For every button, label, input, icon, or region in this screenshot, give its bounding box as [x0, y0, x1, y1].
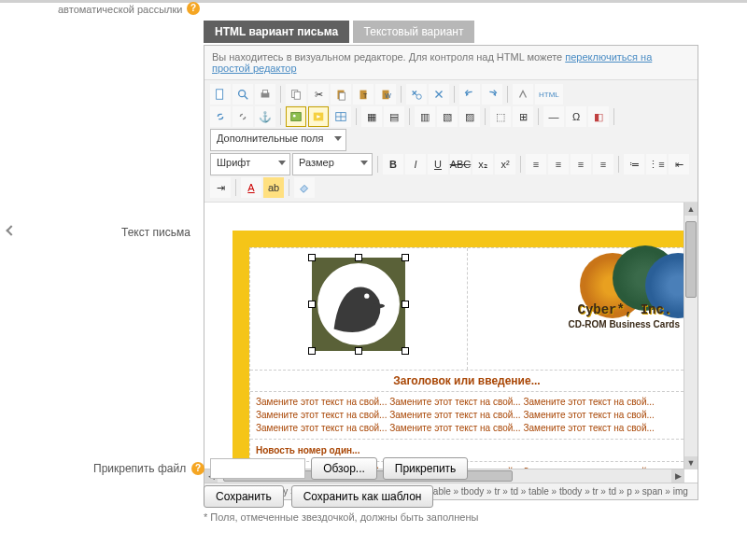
- attach-label: Прикрепить файл: [93, 462, 186, 475]
- scrollbar-vertical[interactable]: ▲▼: [684, 203, 698, 469]
- table-icon[interactable]: [331, 106, 351, 127]
- cyber-label: Cyber*, Inc.: [578, 302, 672, 317]
- replace-icon[interactable]: [429, 84, 449, 105]
- bg-color-icon[interactable]: ab: [263, 177, 284, 198]
- underline-icon[interactable]: U: [428, 154, 448, 175]
- tab-text[interactable]: Текстовый вариант: [353, 21, 475, 43]
- svg-rect-6: [294, 91, 300, 99]
- toolbar: ✂ T W HTML ⚓: [204, 79, 698, 203]
- split-icon[interactable]: ⊞: [513, 106, 533, 127]
- text-color-icon[interactable]: A: [241, 177, 261, 198]
- html-icon[interactable]: HTML: [535, 84, 563, 105]
- browse-button[interactable]: Обзор...: [311, 457, 377, 480]
- print-icon[interactable]: [255, 84, 275, 105]
- ol-icon[interactable]: ≔: [624, 154, 644, 175]
- link-icon[interactable]: [210, 106, 231, 127]
- tbl1-icon[interactable]: ▦: [361, 106, 382, 127]
- preview-icon[interactable]: [233, 84, 253, 105]
- editor-tabs: HTML вариант письма Текстовый вариант: [204, 21, 698, 45]
- svg-text:W: W: [385, 92, 391, 99]
- align-center-icon[interactable]: ≡: [548, 154, 569, 175]
- paste-text-icon[interactable]: T: [353, 84, 374, 105]
- save-template-button[interactable]: Сохранить как шаблон: [291, 485, 434, 508]
- svg-line-2: [245, 96, 248, 100]
- redo-icon[interactable]: [482, 84, 502, 105]
- collapse-arrow-icon[interactable]: [5, 224, 16, 235]
- text-label: Текст письма: [121, 226, 190, 239]
- extra-fields-dropdown[interactable]: Дополнительные поля: [210, 129, 346, 151]
- tbl2-icon[interactable]: ▤: [384, 106, 404, 127]
- tbl4-icon[interactable]: ▧: [437, 106, 458, 127]
- unlink-icon[interactable]: [233, 106, 253, 127]
- tbl5-icon[interactable]: ▨: [459, 106, 480, 127]
- save-button[interactable]: Сохранить: [204, 485, 284, 508]
- svg-rect-8: [339, 92, 345, 100]
- media-icon[interactable]: [308, 106, 329, 127]
- strike-icon[interactable]: ABC: [450, 154, 471, 175]
- svg-text:T: T: [363, 92, 368, 99]
- outdent-icon[interactable]: ⇤: [669, 154, 689, 175]
- date-icon[interactable]: ◧: [588, 106, 609, 127]
- copy-icon[interactable]: [286, 84, 306, 105]
- tbl3-icon[interactable]: ▥: [415, 106, 435, 127]
- selected-image[interactable]: [312, 258, 405, 351]
- cut-icon[interactable]: ✂: [308, 84, 329, 105]
- template-para[interactable]: Замените этот текст на свой... Замените …: [250, 392, 684, 440]
- align-left-icon[interactable]: ≡: [526, 154, 546, 175]
- new-icon[interactable]: [210, 84, 231, 105]
- indent-icon[interactable]: ⇥: [210, 177, 231, 198]
- merge-icon[interactable]: ⬚: [490, 106, 511, 127]
- hr-icon[interactable]: —: [543, 106, 564, 127]
- template-heading[interactable]: Заголовок или введение...: [250, 371, 684, 392]
- svg-rect-14: [291, 113, 302, 121]
- svg-point-15: [293, 115, 296, 118]
- align-right-icon[interactable]: ≡: [571, 154, 591, 175]
- paste-word-icon[interactable]: W: [375, 84, 396, 105]
- clean-icon[interactable]: [513, 84, 533, 105]
- help-icon[interactable]: ?: [187, 2, 200, 15]
- file-input[interactable]: [210, 458, 305, 479]
- svg-point-1: [239, 91, 246, 97]
- editor-hint: Вы находитесь в визуальном редакторе. Дл…: [204, 46, 698, 79]
- sup-icon[interactable]: x²: [495, 154, 515, 175]
- svg-rect-4: [262, 91, 267, 94]
- svg-point-13: [416, 94, 421, 99]
- sub-icon[interactable]: x₂: [472, 154, 493, 175]
- ul-icon[interactable]: ⋮≡: [646, 154, 667, 175]
- bold-icon[interactable]: B: [383, 154, 403, 175]
- editor-canvas[interactable]: Cyber*, Inc. CD-ROM Business Cards Загол…: [204, 203, 698, 483]
- size-dropdown[interactable]: Размер: [292, 153, 373, 175]
- font-dropdown[interactable]: Шрифт: [210, 153, 290, 175]
- svg-point-20: [364, 294, 369, 299]
- eraser-icon[interactable]: [294, 177, 315, 198]
- image-icon[interactable]: [286, 106, 306, 127]
- anchor-icon[interactable]: ⚓: [255, 106, 275, 127]
- attach-button[interactable]: Прикрепить: [383, 457, 469, 480]
- char-icon[interactable]: Ω: [566, 106, 586, 127]
- align-justify-icon[interactable]: ≡: [593, 154, 613, 175]
- paste-icon[interactable]: [331, 84, 351, 105]
- svg-rect-0: [217, 90, 223, 100]
- required-note: * Поля, отмеченные звездочкой, должны бы…: [204, 511, 478, 523]
- find-icon[interactable]: [406, 84, 427, 105]
- help-attach-icon[interactable]: ?: [191, 462, 204, 475]
- tab-html[interactable]: HTML вариант письма: [204, 21, 349, 43]
- cdrom-label: CD-ROM Business Cards: [569, 319, 680, 329]
- italic-icon[interactable]: I: [405, 154, 426, 175]
- undo-icon[interactable]: [459, 84, 480, 105]
- auto-mail-label: автоматической рассылки: [58, 4, 183, 15]
